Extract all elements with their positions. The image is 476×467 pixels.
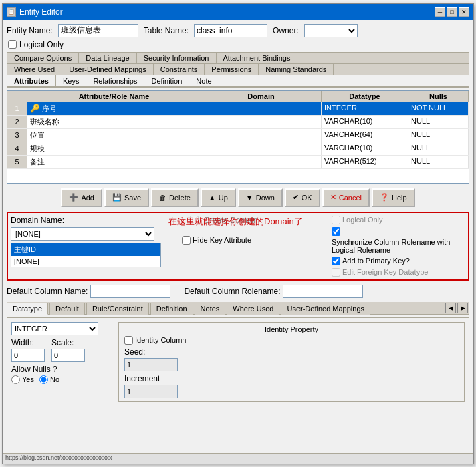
ok-button[interactable]: ✔ OK — [285, 188, 320, 207]
no-radio[interactable] — [39, 375, 48, 384]
minimize-button[interactable]: ─ — [435, 7, 445, 17]
default-col-rolename-input[interactable] — [283, 285, 363, 298]
yes-label: Yes — [22, 375, 34, 383]
down-button[interactable]: ▼ Down — [238, 188, 283, 207]
tab-nav-right[interactable]: ▶ — [457, 303, 468, 313]
tab-naming-standards[interactable]: Naming Standards — [259, 64, 334, 75]
tab-relationships[interactable]: Relationships — [86, 75, 144, 86]
allow-nulls-group: Allow Nulls ? Yes No — [11, 365, 105, 384]
bottom-tab-rule-constraint[interactable]: Rule/Constraint — [86, 303, 149, 315]
scale-label: Scale: — [51, 338, 85, 347]
tab-attributes[interactable]: Attributes — [7, 75, 56, 86]
entity-name-input[interactable] — [58, 24, 138, 37]
bottom-tab-notes[interactable]: Notes — [195, 303, 226, 315]
save-button[interactable]: 💾 Save — [104, 188, 149, 207]
no-label: No — [50, 375, 60, 383]
default-col-name-label: Default Column Name: — [7, 287, 88, 296]
table-row[interactable]: 1 🔑 序号 INTEGER NOT NULL — [7, 102, 469, 116]
tab-where-used[interactable]: Where Used — [7, 64, 62, 75]
row-nulls-4: NULL — [408, 142, 469, 155]
grid-header-num — [7, 91, 27, 102]
close-button[interactable]: ✕ — [459, 7, 469, 17]
seed-input[interactable] — [124, 358, 178, 371]
edit-fk-label: Edit Foreign Key Datatype — [342, 268, 428, 276]
yes-radio-label: Yes — [11, 375, 34, 384]
add-primary-checkbox[interactable] — [332, 257, 340, 265]
bottom-tab-definition[interactable]: Definition — [150, 303, 193, 315]
attribute-grid: Attribute/Role Name Domain Datatype Null… — [7, 90, 469, 184]
hide-key-checkbox[interactable] — [182, 236, 191, 245]
row-domain-1 — [201, 102, 322, 115]
tab-keys[interactable]: Keys — [56, 75, 86, 86]
seed-increment-row: Seed: Increment — [124, 347, 459, 398]
help-button[interactable]: ❓ Help — [372, 188, 415, 207]
add-button[interactable]: ➕ Add — [61, 188, 102, 207]
tab-constraints[interactable]: Constraints — [154, 64, 205, 75]
domain-dropdown-list: 主键ID [NONE] — [11, 243, 161, 267]
table-name-input[interactable] — [194, 24, 267, 37]
row-num-1: 1 — [7, 102, 27, 115]
logical-only-check[interactable] — [332, 216, 340, 224]
width-input[interactable] — [11, 349, 45, 362]
table-row[interactable]: 2 班级名称 VARCHAR(10) NULL — [7, 116, 469, 129]
table-row[interactable]: 4 规模 VARCHAR(10) NULL — [7, 142, 469, 156]
row-nulls-5: NULL — [408, 156, 469, 168]
domain-name-select[interactable]: [NONE] 主键ID — [11, 227, 154, 241]
edit-fk-checkbox[interactable] — [332, 268, 340, 277]
increment-input[interactable] — [124, 385, 178, 398]
datatype-select[interactable]: INTEGER — [11, 322, 98, 335]
sync-rolename-checkbox[interactable] — [332, 227, 340, 236]
up-button[interactable]: ▲ Up — [201, 188, 236, 207]
up-icon: ▲ — [209, 194, 216, 202]
tab-permissions[interactable]: Permissions — [205, 64, 259, 75]
row-name-1: 🔑 序号 — [27, 102, 201, 115]
no-radio-label: No — [39, 375, 60, 384]
tab-nav: ◀ ▶ — [445, 302, 469, 314]
dropdown-item-none[interactable]: [NONE] — [11, 256, 160, 267]
grid-header-domain: Domain — [201, 91, 322, 102]
width-label: Width: — [11, 338, 45, 347]
url-bar: https://blog.csdn.net/xxxxxxxxxxxxxxxxx — [3, 453, 473, 464]
row-nulls-2: NULL — [408, 116, 469, 128]
default-col-name-input[interactable] — [90, 285, 170, 298]
row-datatype-2: VARCHAR(10) — [322, 116, 408, 128]
row-nulls-1: NOT NULL — [408, 102, 469, 115]
top-tabs-area: Compare Options Data Lineage Security In… — [7, 52, 469, 88]
row-datatype-3: VARCHAR(64) — [322, 129, 408, 142]
tab-data-lineage[interactable]: Data Lineage — [79, 53, 136, 63]
table-row[interactable]: 5 备注 VARCHAR(512) NULL — [7, 156, 469, 169]
identity-column-checkbox[interactable] — [124, 336, 133, 345]
bottom-tab-default[interactable]: Default — [49, 303, 85, 315]
bottom-tab-user-defined[interactable]: User-Defined Mappings — [281, 303, 370, 315]
default-col-rolename-group: Default Column Rolename: — [184, 285, 363, 298]
seed-label: Seed: — [124, 347, 459, 357]
tab-note[interactable]: Note — [189, 75, 219, 86]
delete-button[interactable]: 🗑 Delete — [151, 188, 199, 207]
add-primary-label: Add to Primary Key? — [342, 257, 410, 265]
delete-icon: 🗑 — [159, 194, 166, 202]
scale-input[interactable] — [51, 349, 85, 362]
owner-select[interactable] — [304, 24, 358, 37]
dropdown-item-primary[interactable]: 主键ID — [11, 243, 160, 256]
domain-section: 在这里就能选择你创建的Domain了 Domain Name: [NONE] 主… — [7, 212, 469, 281]
bottom-tab-datatype[interactable]: Datatype — [7, 303, 48, 315]
sync-rolename-label: Synchronize Column Rolename with Logical… — [332, 238, 452, 254]
title-bar: 📋 Entity Editor ─ □ ✕ — [3, 4, 473, 20]
cancel-button[interactable]: ✕ Cancel — [322, 188, 370, 207]
tab-user-defined-mappings[interactable]: User-Defined Mappings — [62, 64, 154, 75]
bottom-tab-where-used[interactable]: Where Used — [227, 303, 279, 315]
tab-attachment-bindings[interactable]: Attachment Bindings — [217, 53, 298, 63]
logical-only-checkbox[interactable] — [8, 40, 17, 49]
entity-name-label: Entity Name: — [7, 26, 53, 35]
datatype-left: INTEGER Width: Scale: Allow Nulls — [11, 322, 105, 384]
tab-security-information[interactable]: Security Information — [137, 53, 217, 63]
maximize-button[interactable]: □ — [447, 7, 457, 17]
yes-radio[interactable] — [11, 375, 20, 384]
tab-compare-options[interactable]: Compare Options — [7, 53, 79, 63]
table-row[interactable]: 3 位置 VARCHAR(64) NULL — [7, 129, 469, 142]
identity-column-row: Identity Column — [124, 336, 459, 345]
tab-nav-left[interactable]: ◀ — [445, 303, 456, 313]
ok-icon: ✔ — [293, 193, 299, 202]
tab-definition[interactable]: Definition — [144, 75, 189, 86]
row-num-3: 3 — [7, 129, 27, 142]
